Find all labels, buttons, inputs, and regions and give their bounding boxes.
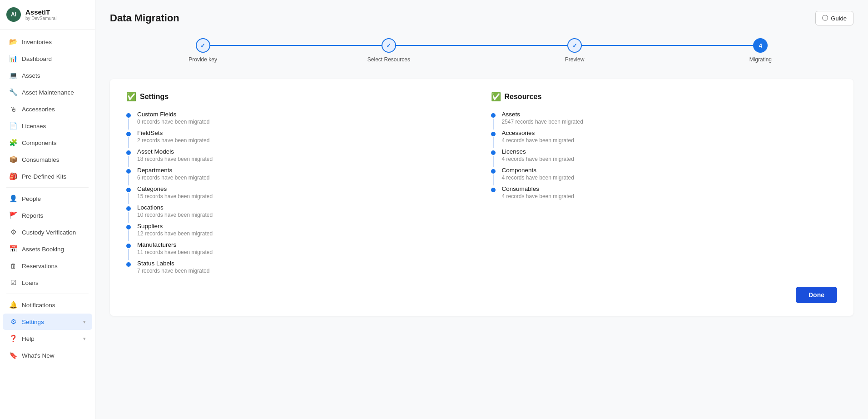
item-count: 2547 records have been migrated bbox=[502, 119, 838, 125]
item-info: Asset Models 18 records have been migrat… bbox=[137, 148, 473, 167]
chevron-down-icon: ▾ bbox=[83, 336, 86, 342]
settings-list-item: FieldSets 2 records have been migrated bbox=[126, 130, 473, 148]
stepper-migrating: 4 Migrating bbox=[668, 38, 853, 63]
sidebar-item-label: Reservations bbox=[22, 263, 58, 269]
sidebar-item-reports[interactable]: 🚩 Reports bbox=[3, 207, 92, 224]
settings-section-title: Settings bbox=[140, 93, 169, 101]
settings-list-item: Departments 6 records have been migrated bbox=[126, 167, 473, 185]
stepper-label-3: Preview bbox=[565, 56, 585, 63]
settings-list-item: Categories 15 records have been migrated bbox=[126, 185, 473, 204]
loans-icon: ☑ bbox=[9, 279, 17, 287]
people-icon: 👤 bbox=[9, 195, 17, 203]
sidebar-item-inventories[interactable]: 📂 Inventories bbox=[3, 34, 92, 50]
item-dot bbox=[126, 113, 131, 118]
sidebar-item-loans[interactable]: ☑ Loans bbox=[3, 274, 92, 291]
settings-list-item: Locations 10 records have been migrated bbox=[126, 204, 473, 223]
item-name: Licenses bbox=[502, 148, 838, 155]
settings-list-item: Suppliers 12 records have been migrated bbox=[126, 223, 473, 241]
sidebar-item-consumables[interactable]: 📦 Consumables bbox=[3, 151, 92, 168]
sidebar-item-custody-verification[interactable]: ⚙ Custody Verification bbox=[3, 224, 92, 240]
item-count: 10 records have been migrated bbox=[137, 212, 473, 218]
item-line bbox=[128, 119, 129, 130]
item-dot bbox=[126, 132, 131, 136]
reports-icon: 🚩 bbox=[9, 211, 17, 219]
notifications-icon: 🔔 bbox=[9, 301, 17, 309]
item-dot bbox=[126, 225, 131, 229]
settings-section-header: ✅ Settings bbox=[126, 92, 473, 102]
sidebar-item-label: Assets bbox=[22, 72, 40, 79]
done-button-container: Done bbox=[126, 287, 837, 303]
sidebar-item-label: Custody Verification bbox=[22, 229, 76, 236]
sidebar-logo: AI AssetIT by DevSamurai bbox=[0, 0, 95, 30]
sidebar-item-licenses[interactable]: 📄 Licenses bbox=[3, 118, 92, 134]
sidebar-item-label: Dashboard bbox=[22, 55, 52, 62]
item-count: 7 records have been migrated bbox=[137, 268, 473, 274]
main-content: Data Migration ⓘ Guide ✓ Provide key ✓ bbox=[95, 0, 868, 419]
dot-line-col bbox=[126, 241, 131, 260]
page-header: Data Migration ⓘ Guide bbox=[110, 11, 853, 25]
resources-items-list: Assets 2547 records have been migrated A… bbox=[491, 111, 838, 200]
item-dot bbox=[491, 150, 496, 155]
dot-line-col bbox=[491, 148, 496, 167]
sidebar-item-components[interactable]: 🧩 Components bbox=[3, 135, 92, 151]
settings-list-item: Status Labels 7 records have been migrat… bbox=[126, 260, 473, 274]
item-dot bbox=[491, 132, 496, 136]
asset-maintenance-icon: 🔧 bbox=[9, 88, 17, 96]
item-name: Departments bbox=[137, 167, 473, 174]
stepper: ✓ Provide key ✓ Select Resources ✓ Previ… bbox=[110, 38, 853, 63]
sidebar-item-assets-booking[interactable]: 📅 Assets Booking bbox=[3, 241, 92, 257]
booking-icon: 📅 bbox=[9, 245, 17, 253]
assets-icon: 💻 bbox=[9, 71, 17, 80]
sidebar-item-accessories[interactable]: 🖱 Accessories bbox=[3, 101, 92, 117]
stepper-select-resources: ✓ Select Resources bbox=[296, 38, 481, 63]
item-line bbox=[493, 156, 494, 167]
sidebar-item-label: Components bbox=[22, 140, 57, 146]
sidebar-item-label: Settings bbox=[22, 319, 44, 325]
sidebar-nav: 📂 Inventories 📊 Dashboard 💻 Assets 🔧 Ass… bbox=[0, 30, 95, 419]
sidebar-item-help[interactable]: ❓ Help ▾ bbox=[3, 330, 92, 347]
item-name: Accessories bbox=[502, 130, 838, 136]
dashboard-icon: 📊 bbox=[9, 55, 17, 63]
guide-button[interactable]: ⓘ Guide bbox=[815, 11, 853, 25]
item-line bbox=[493, 175, 494, 185]
dot-line-col bbox=[126, 185, 131, 204]
whats-new-icon: 🔖 bbox=[9, 351, 17, 359]
item-name: Asset Models bbox=[137, 148, 473, 155]
item-dot bbox=[126, 169, 131, 174]
item-line bbox=[128, 249, 129, 260]
settings-items-list: Custom Fields 0 records have been migrat… bbox=[126, 111, 473, 274]
licenses-icon: 📄 bbox=[9, 122, 17, 130]
sidebar-item-whats-new[interactable]: 🔖 What's New bbox=[3, 347, 92, 364]
item-dot bbox=[126, 188, 131, 192]
sidebar-item-asset-maintenance[interactable]: 🔧 Asset Maintenance bbox=[3, 84, 92, 100]
resources-list-item: Accessories 4 records have been migrated bbox=[491, 130, 838, 148]
sidebar-item-notifications[interactable]: 🔔 Notifications bbox=[3, 297, 92, 313]
sidebar-item-label: Loans bbox=[22, 279, 39, 286]
settings-list-item: Asset Models 18 records have been migrat… bbox=[126, 148, 473, 167]
stepper-circle-2: ✓ bbox=[382, 38, 396, 53]
item-dot bbox=[491, 188, 496, 192]
sidebar-item-people[interactable]: 👤 People bbox=[3, 190, 92, 207]
sidebar-item-reservations[interactable]: 🗓 Reservations bbox=[3, 258, 92, 274]
resources-list-item: Consumables 4 records have been migrated bbox=[491, 185, 838, 200]
sidebar-item-assets[interactable]: 💻 Assets bbox=[3, 67, 92, 84]
item-count: 4 records have been migrated bbox=[502, 137, 838, 144]
item-info: Assets 2547 records have been migrated bbox=[502, 111, 838, 130]
kits-icon: 🎒 bbox=[9, 172, 17, 180]
done-button[interactable]: Done bbox=[796, 287, 837, 303]
item-line bbox=[128, 230, 129, 241]
settings-check-icon: ✅ bbox=[126, 92, 136, 102]
dot-line-col bbox=[126, 223, 131, 241]
item-dot bbox=[126, 244, 131, 248]
migration-content: ✅ Settings Custom Fields 0 records have … bbox=[110, 79, 853, 316]
item-info: Custom Fields 0 records have been migrat… bbox=[137, 111, 473, 130]
stepper-provide-key: ✓ Provide key bbox=[110, 38, 296, 63]
sidebar-item-pre-defined-kits[interactable]: 🎒 Pre-Defined Kits bbox=[3, 168, 92, 185]
item-count: 15 records have been migrated bbox=[137, 193, 473, 200]
help-icon: ❓ bbox=[9, 334, 17, 343]
sidebar-item-label: What's New bbox=[22, 352, 55, 359]
sidebar-item-settings[interactable]: ⚙ Settings ▾ bbox=[3, 314, 92, 330]
sidebar-item-label: Asset Maintenance bbox=[22, 89, 74, 96]
item-info: FieldSets 2 records have been migrated bbox=[137, 130, 473, 148]
sidebar-item-dashboard[interactable]: 📊 Dashboard bbox=[3, 50, 92, 67]
